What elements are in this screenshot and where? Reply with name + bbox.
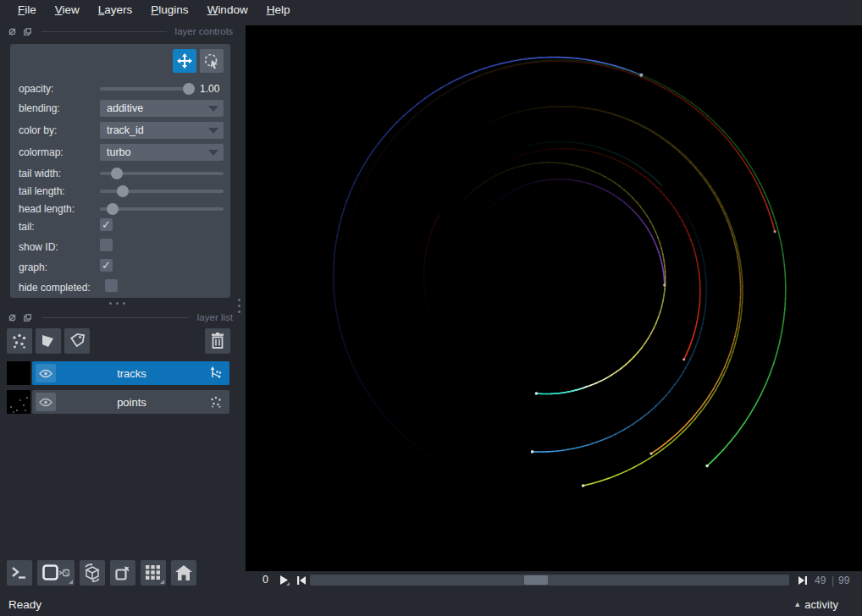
menu-plugins[interactable]: Plugins bbox=[141, 1, 197, 19]
opacity-slider[interactable] bbox=[100, 80, 195, 97]
show-id-label: show ID: bbox=[19, 239, 103, 256]
menu-window[interactable]: Window bbox=[198, 1, 257, 19]
transform-button[interactable] bbox=[200, 49, 224, 73]
frame-slider-groove[interactable] bbox=[310, 575, 789, 586]
tail-checkbox[interactable]: ✓ bbox=[100, 218, 113, 231]
console-button[interactable] bbox=[7, 560, 32, 586]
points-layer-name: points bbox=[56, 396, 207, 409]
menu-layers[interactable]: Layers bbox=[89, 1, 142, 19]
tail-length-handle[interactable] bbox=[117, 185, 129, 197]
tail-width-slider[interactable] bbox=[100, 165, 224, 182]
graph-label: graph: bbox=[19, 259, 103, 276]
eye-icon bbox=[39, 398, 52, 407]
layer-controls-title: layer controls bbox=[175, 26, 233, 36]
pan-zoom-button[interactable] bbox=[173, 49, 196, 73]
float-dock-icon[interactable] bbox=[24, 314, 31, 322]
activity-button[interactable]: ▲ activity bbox=[793, 598, 838, 611]
transpose-dimensions-button[interactable] bbox=[110, 560, 135, 586]
float-dock-icon[interactable] bbox=[24, 28, 31, 36]
layer-controls-panel: opacity: 1.00 blending: additive color b… bbox=[10, 44, 230, 298]
roll-dimensions-button[interactable] bbox=[80, 560, 105, 586]
first-frame-button[interactable] bbox=[295, 574, 307, 586]
dimension-slider-row: 0 49 | 99 bbox=[246, 572, 862, 589]
chevron-down-icon bbox=[208, 106, 218, 112]
tail-width-handle[interactable] bbox=[111, 168, 123, 179]
tracks-visibility-button[interactable] bbox=[36, 364, 56, 382]
graph-checkbox[interactable]: ✓ bbox=[100, 259, 113, 272]
tracks-visualization bbox=[246, 25, 862, 571]
blending-value: additive bbox=[107, 102, 143, 114]
axis-label: 0 bbox=[262, 574, 268, 586]
transpose-icon bbox=[114, 564, 131, 581]
new-points-layer-button[interactable] bbox=[7, 328, 32, 354]
layer-row-tracks[interactable]: tracks bbox=[32, 361, 229, 385]
hide-dock-icon[interactable] bbox=[8, 314, 16, 322]
menu-file[interactable]: File bbox=[8, 1, 46, 19]
layer-list-header: layer list bbox=[0, 310, 245, 325]
delete-layer-button[interactable] bbox=[205, 328, 230, 354]
trash-icon bbox=[210, 333, 225, 349]
hide-completed-checkbox[interactable]: ✓ bbox=[105, 279, 118, 292]
hide-completed-label: hide completed: bbox=[19, 279, 112, 296]
layer-row-points[interactable]: points bbox=[32, 390, 229, 414]
head-length-slider[interactable] bbox=[100, 201, 224, 217]
caret-up-icon: ▲ bbox=[793, 600, 801, 608]
dock-resize-handle-horizontal[interactable] bbox=[109, 302, 125, 305]
track-teal bbox=[535, 387, 588, 395]
tracks-layer-name: tracks bbox=[56, 367, 207, 380]
track-skyblue bbox=[531, 213, 706, 454]
colormap-value: turbo bbox=[107, 146, 131, 158]
opacity-slider-groove[interactable] bbox=[100, 87, 195, 91]
context-menu-notch bbox=[160, 580, 164, 584]
track-blue bbox=[334, 58, 644, 468]
home-reset-view-button[interactable] bbox=[171, 560, 196, 586]
ndisplay-toggle-button[interactable] bbox=[37, 560, 75, 586]
context-menu-notch bbox=[69, 580, 73, 584]
points-visibility-button[interactable] bbox=[36, 393, 56, 411]
points-icon bbox=[11, 333, 28, 349]
last-frame-button[interactable] bbox=[796, 574, 809, 586]
tracks-type-icon bbox=[207, 365, 224, 382]
blending-label: blending: bbox=[19, 100, 103, 117]
new-shapes-layer-button[interactable] bbox=[36, 328, 61, 354]
status-text: Ready bbox=[8, 598, 41, 611]
chevron-down-icon bbox=[208, 128, 218, 134]
tail-length-slider[interactable] bbox=[100, 183, 224, 200]
grid-icon bbox=[146, 565, 161, 580]
frame-slider-handle[interactable] bbox=[524, 575, 548, 585]
show-id-checkbox[interactable]: ✓ bbox=[100, 239, 113, 251]
points-thumbnail-dots bbox=[7, 390, 30, 414]
blending-dropdown[interactable]: additive bbox=[100, 100, 224, 117]
total-frames: 99 bbox=[838, 575, 849, 586]
grid-view-button[interactable] bbox=[141, 560, 166, 586]
activity-label: activity bbox=[804, 598, 838, 611]
color-by-label: color by: bbox=[19, 122, 103, 139]
tail-label: tail: bbox=[19, 218, 103, 235]
viewer-canvas[interactable] bbox=[246, 25, 862, 571]
track-green bbox=[385, 60, 786, 467]
points-layer-thumbnail bbox=[7, 390, 30, 414]
labels-tag-icon bbox=[69, 333, 86, 349]
color-by-dropdown[interactable]: track_id bbox=[100, 122, 224, 139]
chevron-down-icon bbox=[208, 150, 218, 156]
play-button[interactable] bbox=[278, 574, 290, 586]
menu-view[interactable]: View bbox=[46, 1, 89, 19]
tail-length-label: tail length: bbox=[19, 183, 103, 200]
opacity-slider-handle[interactable] bbox=[183, 83, 195, 95]
opacity-value: 1.00 bbox=[200, 80, 219, 97]
home-icon bbox=[175, 565, 192, 580]
menu-help[interactable]: Help bbox=[257, 1, 300, 19]
status-bar: Ready ▲ activity bbox=[0, 592, 862, 616]
track-dim-teal bbox=[527, 142, 662, 186]
track-red bbox=[487, 149, 700, 361]
console-icon bbox=[11, 566, 28, 580]
frame-separator: | bbox=[832, 575, 834, 586]
points-type-icon bbox=[207, 393, 224, 410]
head-length-handle[interactable] bbox=[107, 203, 119, 215]
colormap-dropdown[interactable]: turbo bbox=[100, 144, 224, 161]
new-labels-layer-button[interactable] bbox=[64, 328, 90, 354]
eye-icon bbox=[39, 369, 52, 378]
hide-dock-icon[interactable] bbox=[8, 28, 16, 36]
track-dim-maroon bbox=[424, 215, 439, 311]
color-by-value: track_id bbox=[107, 124, 144, 136]
